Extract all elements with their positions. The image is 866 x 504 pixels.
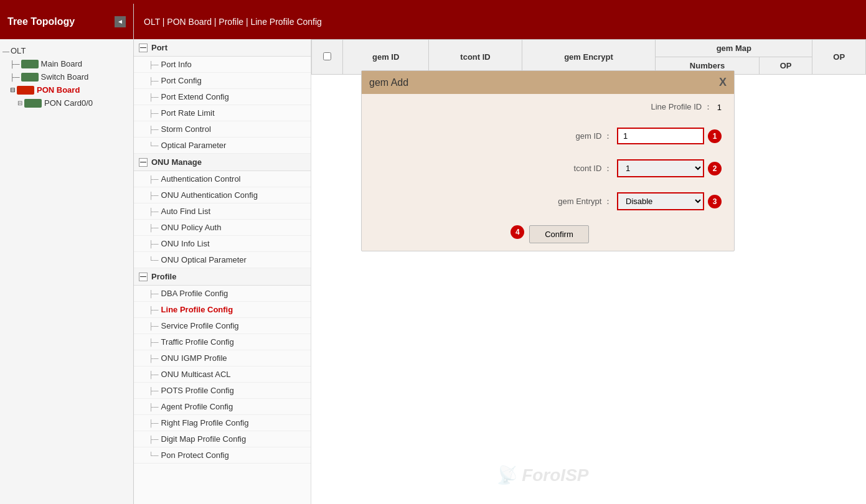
nav-item-port-extend-config[interactable]: ├─ Port Extend Config [134,89,311,105]
nav-item-line-profile-config[interactable]: ├─ Line Profile Config [134,302,311,318]
nav-item-dba-profile-config-label: DBA Profile Config [161,289,228,298]
sidebar-collapse-button[interactable]: ◄ [115,16,126,27]
nav-section-onu-manage-label: ONU Manage [151,157,202,167]
content-area: OLT | PON Board | Profile | Line Profile… [134,4,866,504]
col-gem-map: gem Map [656,40,812,57]
gem-form-row-line-profile-id: Line Profile ID ： 1 [362,94,734,120]
tcont-id-select[interactable]: 1 2 3 4 [617,159,704,177]
nav-item-port-config[interactable]: ├─ Port Config [134,73,311,89]
gem-form-row-tcont-id: tcont ID ： 1 2 3 4 2 [362,152,734,185]
nav-item-service-profile-config[interactable]: ├─ Service Profile Config [134,318,311,334]
nav-prefix: ├─ [149,403,159,411]
olt-label: OLT [11,46,26,55]
nav-item-onu-igmp-profile[interactable]: ├─ ONU IGMP Profile [134,350,311,366]
nav-item-traffic-profile-config-label: Traffic Profile Config [161,337,234,347]
nav-item-onu-policy-auth[interactable]: ├─ ONU Policy Auth [134,220,311,236]
nav-section-profile-label: Profile [151,272,176,281]
tree-container: — OLT ├─ Main Board ├─ Switch Board ⊟ PO… [0,39,133,504]
nav-item-agent-profile-config-label: Agent Profile Config [161,402,233,411]
nav-item-onu-auth-config-label: ONU Authentication Config [161,190,258,200]
confirm-button[interactable]: Confirm [529,225,589,243]
nav-item-storm-control-label: Storm Control [161,124,211,134]
nav-item-digit-map-profile-config[interactable]: ├─ Digit Map Profile Config [134,431,311,447]
gem-table: gem ID tcont ID gem Encrypt gem Map OP N… [311,39,866,75]
nav-item-onu-multicast-acl[interactable]: ├─ ONU Multicast ACL [134,366,311,383]
nav-prefix: ├─ [149,175,159,183]
nav-item-optical-parameter[interactable]: └─ Optical Parameter [134,138,311,154]
nav-item-traffic-profile-config[interactable]: ├─ Traffic Profile Config [134,334,311,350]
nav-item-pon-protect-config[interactable]: └─ Pon Protect Config [134,447,311,464]
col-gem-id: gem ID [343,40,429,75]
line-profile-id-label: Line Profile ID ： [651,101,712,113]
nav-item-pots-profile-config[interactable]: ├─ POTS Profile Config [134,383,311,399]
breadcrumb-bar: OLT | PON Board | Profile | Line Profile… [134,4,866,39]
nav-item-line-profile-config-label: Line Profile Config [161,305,233,314]
device-icon-switch-board [21,73,39,82]
nav-item-auto-find-list-label: Auto Find List [161,207,211,216]
nav-item-onu-info-list-label: ONU Info List [161,239,210,248]
col-op-outer: OP [812,40,866,75]
nav-prefix: ├─ [149,290,159,297]
gem-add-title-bar: gem Add X [362,71,734,94]
nav-section-port[interactable]: — Port [134,39,311,57]
sidebar-item-pon-board[interactable]: ⊟ PON Board [0,83,133,96]
breadcrumb-text: OLT | PON Board | Profile | Line Profile… [144,17,322,27]
step-badge-1: 1 [708,129,722,143]
col-op-inner: OP [759,57,812,75]
nav-item-onu-policy-auth-label: ONU Policy Auth [161,223,222,232]
nav-item-onu-igmp-profile-label: ONU IGMP Profile [161,353,227,363]
pon-card-label: PON Card0/0 [44,98,93,108]
nav-prefix: ├─ [149,224,159,231]
nav-prefix: └─ [149,256,159,264]
gem-entrypt-label: gem Entrypt ： [558,196,612,207]
line-profile-id-value: 1 [717,103,722,112]
nav-item-port-rate-limit[interactable]: ├─ Port Rate Limit [134,105,311,121]
nav-item-onu-info-list[interactable]: ├─ ONU Info List [134,236,311,252]
select-all-checkbox[interactable] [323,52,331,60]
nav-prefix: ├─ [149,322,159,330]
nav-item-onu-auth-config[interactable]: ├─ ONU Authentication Config [134,187,311,203]
nav-section-port-label: Port [151,43,167,52]
main-board-label: Main Board [41,59,82,68]
watermark-icon: 📡 [495,465,517,485]
nav-item-authentication-control[interactable]: ├─ Authentication Control [134,171,311,187]
sidebar-item-main-board[interactable]: ├─ Main Board [0,57,133,70]
tree-connector: ├─ [10,60,20,68]
nav-item-storm-control[interactable]: ├─ Storm Control [134,121,311,138]
col-tcont-id: tcont ID [429,40,522,75]
gem-add-title: gem Add [369,77,408,88]
sidebar-item-olt[interactable]: — OLT [0,44,133,57]
nav-prefix: ├─ [149,338,159,346]
sidebar-header: Tree Topology ◄ [0,4,133,39]
main-content: gem ID tcont ID gem Encrypt gem Map OP N… [311,39,866,504]
nav-section-onu-manage[interactable]: — ONU Manage [134,154,311,171]
nav-prefix: ├─ [149,110,159,117]
nav-item-port-rate-limit-label: Port Rate Limit [161,108,215,118]
nav-item-agent-profile-config[interactable]: ├─ Agent Profile Config [134,399,311,415]
sidebar-item-switch-board[interactable]: ├─ Switch Board [0,70,133,83]
nav-item-onu-optical-param[interactable]: └─ ONU Optical Parameter [134,252,311,268]
nav-item-authentication-control-label: Authentication Control [161,174,241,184]
nav-item-port-info[interactable]: ├─ Port Info [134,57,311,73]
expand-icon-port: — [139,44,148,52]
device-icon-pon-board [17,86,34,95]
gem-form-row-gem-entrypt: gem Entrypt ： Disable Enable 3 [362,185,734,218]
step-badge-4: 4 [511,225,524,239]
nav-item-pon-protect-config-label: Pon Protect Config [161,450,229,460]
nav-item-right-flag-profile-config[interactable]: ├─ Right Flag Profile Config [134,415,311,431]
expand-icon-pon-board: ⊟ [10,86,15,93]
nav-item-dba-profile-config[interactable]: ├─ DBA Profile Config [134,286,311,302]
nav-item-auto-find-list[interactable]: ├─ Auto Find List [134,203,311,220]
gem-entrypt-select[interactable]: Disable Enable [617,192,704,210]
tree-connector: ├─ [10,73,20,81]
gem-id-input[interactable] [617,128,704,144]
gem-add-footer: 4 Confirm [362,218,734,251]
device-icon-main-board [21,60,39,68]
gem-add-close-button[interactable]: X [719,76,727,89]
nav-prefix: └─ [149,142,159,149]
nav-section-profile[interactable]: — Profile [134,268,311,286]
device-icon-pon-card [24,99,42,108]
nav-prefix: ├─ [149,306,159,314]
nav-item-right-flag-profile-config-label: Right Flag Profile Config [161,418,249,427]
sidebar-item-pon-card[interactable]: ⊟ PON Card0/0 [0,96,133,110]
